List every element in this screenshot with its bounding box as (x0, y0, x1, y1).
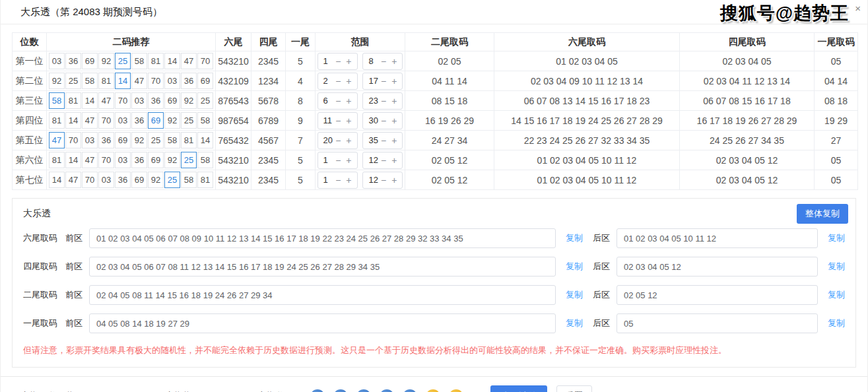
back-zone-input[interactable] (617, 228, 818, 248)
code-cell[interactable]: 47 (49, 132, 65, 148)
copy-front-button[interactable]: 复制 (566, 232, 583, 244)
code-cell[interactable]: 58 (181, 172, 197, 188)
code-cell[interactable]: 69 (131, 172, 147, 188)
code-cell[interactable]: 81 (98, 73, 114, 89)
code-cell[interactable]: 47 (131, 73, 147, 89)
code-cell[interactable]: 70 (82, 172, 98, 188)
reset-button[interactable]: 重置 (556, 385, 592, 392)
front-zone-input[interactable] (89, 257, 556, 277)
code-cell[interactable]: 36 (148, 92, 164, 109)
close-icon[interactable]: × (855, 3, 861, 14)
minus-icon[interactable]: − (335, 176, 341, 185)
code-cell[interactable]: 36 (98, 132, 114, 148)
code-cell[interactable]: 69 (164, 92, 180, 109)
code-cell[interactable]: 70 (197, 53, 213, 69)
plus-icon[interactable]: + (346, 176, 351, 185)
code-cell[interactable]: 14 (197, 132, 213, 148)
code-cell[interactable]: 25 (65, 73, 81, 89)
code-cell[interactable]: 92 (164, 152, 180, 168)
code-cell[interactable]: 58 (197, 112, 213, 129)
code-cell[interactable]: 81 (148, 53, 164, 69)
minus-icon[interactable]: − (381, 156, 386, 165)
code-cell[interactable]: 14 (65, 152, 81, 168)
code-cell[interactable]: 47 (82, 112, 98, 129)
code-cell[interactable]: 47 (82, 152, 98, 168)
minus-icon[interactable]: − (335, 136, 341, 145)
minus-icon[interactable]: − (335, 156, 341, 165)
minus-icon[interactable]: − (381, 57, 386, 66)
code-cell[interactable]: 03 (98, 172, 114, 188)
code-cell[interactable]: 25 (181, 152, 197, 168)
minus-icon[interactable]: − (335, 77, 341, 86)
code-cell[interactable]: 58 (164, 132, 180, 148)
code-cell[interactable]: 36 (115, 172, 131, 188)
code-cell[interactable]: 36 (131, 112, 147, 129)
copy-back-button[interactable]: 复制 (828, 317, 845, 329)
back-zone-input[interactable] (617, 257, 818, 277)
plus-icon[interactable]: + (391, 156, 397, 165)
code-cell[interactable]: 58 (131, 53, 147, 69)
plus-icon[interactable]: + (391, 176, 397, 185)
minus-icon[interactable]: − (335, 116, 341, 125)
code-cell[interactable]: 36 (181, 73, 197, 89)
code-cell[interactable]: 47 (181, 53, 197, 69)
plus-icon[interactable]: + (346, 116, 351, 125)
code-cell[interactable]: 47 (98, 92, 114, 109)
code-cell[interactable]: 25 (148, 132, 164, 148)
code-cell[interactable]: 92 (49, 73, 65, 89)
code-cell[interactable]: 70 (98, 112, 114, 129)
code-cell[interactable]: 25 (164, 172, 180, 188)
code-cell[interactable]: 92 (98, 53, 114, 69)
minus-icon[interactable]: − (381, 77, 386, 86)
code-cell[interactable]: 69 (115, 132, 131, 148)
code-cell[interactable]: 14 (164, 53, 180, 69)
copy-all-button[interactable]: 整体复制 (797, 204, 848, 224)
plus-icon[interactable]: + (391, 96, 397, 106)
minus-icon[interactable]: − (335, 96, 341, 106)
execute-calculation-button[interactable]: 执行计算 (490, 385, 547, 392)
code-cell[interactable]: 14 (82, 92, 98, 109)
code-cell[interactable]: 92 (148, 172, 164, 188)
code-cell[interactable]: 03 (115, 112, 131, 129)
code-cell[interactable]: 69 (197, 73, 213, 89)
front-zone-input[interactable] (89, 285, 556, 305)
code-cell[interactable]: 70 (148, 73, 164, 89)
code-cell[interactable]: 92 (164, 112, 180, 129)
code-cell[interactable]: 03 (115, 152, 131, 168)
code-cell[interactable]: 92 (131, 132, 147, 148)
code-cell[interactable]: 92 (181, 92, 197, 109)
code-cell[interactable]: 81 (49, 152, 65, 168)
code-cell[interactable]: 14 (49, 172, 65, 188)
code-cell[interactable]: 14 (65, 112, 81, 129)
minus-icon[interactable]: − (381, 116, 386, 125)
code-cell[interactable]: 25 (197, 92, 213, 109)
plus-icon[interactable]: + (391, 57, 397, 66)
code-cell[interactable]: 25 (115, 53, 131, 69)
code-cell[interactable]: 81 (181, 132, 197, 148)
code-cell[interactable]: 69 (148, 112, 164, 129)
front-zone-input[interactable] (89, 228, 556, 248)
code-cell[interactable]: 03 (82, 132, 98, 148)
code-cell[interactable]: 70 (65, 132, 81, 148)
back-zone-input[interactable] (617, 313, 818, 333)
copy-front-button[interactable]: 复制 (566, 317, 583, 329)
code-cell[interactable]: 36 (65, 53, 81, 69)
code-cell[interactable]: 70 (115, 92, 131, 109)
code-cell[interactable]: 47 (65, 172, 81, 188)
plus-icon[interactable]: + (346, 57, 351, 66)
minus-icon[interactable]: − (381, 136, 386, 145)
code-cell[interactable]: 69 (148, 152, 164, 168)
plus-icon[interactable]: + (391, 136, 397, 145)
back-zone-input[interactable] (617, 285, 818, 305)
copy-front-button[interactable]: 复制 (566, 261, 583, 273)
code-cell[interactable]: 58 (197, 152, 213, 168)
plus-icon[interactable]: + (346, 96, 351, 106)
code-cell[interactable]: 58 (49, 92, 65, 109)
plus-icon[interactable]: + (391, 116, 397, 125)
plus-icon[interactable]: + (346, 136, 351, 145)
plus-icon[interactable]: + (346, 156, 351, 165)
minus-icon[interactable]: − (381, 176, 386, 185)
code-cell[interactable]: 25 (181, 112, 197, 129)
code-cell[interactable]: 81 (197, 172, 213, 188)
code-cell[interactable]: 69 (82, 53, 98, 69)
